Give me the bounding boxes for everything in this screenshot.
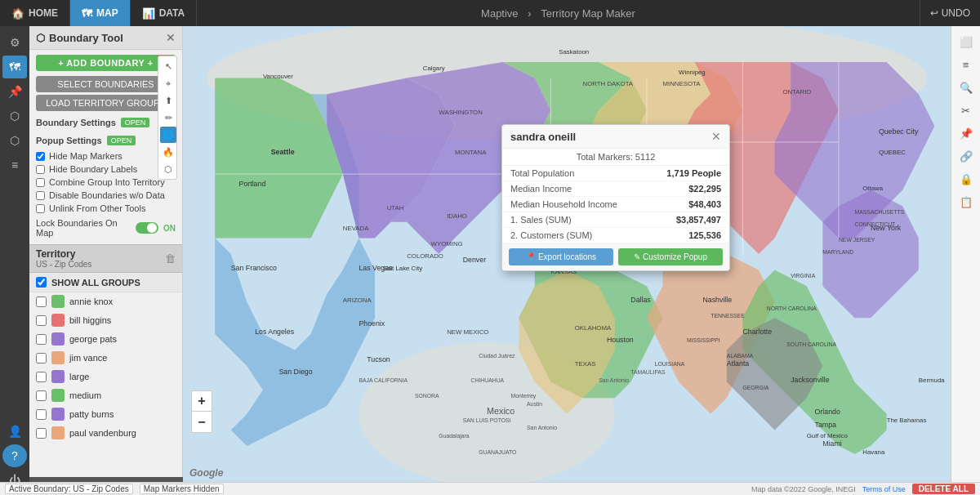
bottombar-left: Active Boundary: US - Zip Codes Map Mark…: [5, 484, 224, 494]
popup-settings-open[interactable]: OPEN: [107, 136, 136, 145]
topbar: 🏠 HOME 🗺 MAP 📊 DATA Maptive › Territory …: [0, 0, 980, 26]
map-type-icon[interactable]: ⬜: [955, 31, 978, 52]
delete-all-button[interactable]: DELETE ALL: [912, 484, 975, 494]
group-checkbox[interactable]: [36, 334, 47, 345]
active-boundary-tag: Active Boundary: US - Zip Codes: [5, 484, 133, 494]
disable-boundaries-row: Disable Boundaries w/o Data: [29, 189, 182, 202]
group-checkbox[interactable]: [36, 353, 47, 363]
lock-toggle[interactable]: [136, 222, 158, 234]
filter-tool[interactable]: ⌖: [160, 75, 176, 91]
lock-boundaries-row: Lock Boundaries On Map ON: [29, 215, 182, 241]
group-checkbox[interactable]: [36, 315, 47, 326]
boundary-icon: ⬡: [36, 32, 45, 44]
svg-text:BAJA CALIFORNIA: BAJA CALIFORNIA: [359, 377, 408, 383]
popup-data-row: 1. Sales (SUM)$3,857,497: [502, 212, 729, 228]
map-button[interactable]: 🗺 MAP: [70, 0, 131, 26]
zoom-in-button[interactable]: +: [191, 390, 212, 412]
data-button[interactable]: 📊 DATA: [131, 0, 198, 26]
popup-total-markers: Total Markers: 5112: [502, 149, 729, 166]
pin-right-icon[interactable]: 📌: [955, 123, 978, 144]
group-list-item: large: [29, 368, 182, 386]
svg-text:SONORA: SONORA: [415, 393, 439, 399]
add-boundary-button[interactable]: + ADD BOUNDARY +: [36, 55, 176, 71]
group-color-swatch: [51, 314, 65, 327]
ruler-icon[interactable]: ✂: [955, 100, 978, 121]
map-area[interactable]: Seattle Portland San Francisco Los Angel…: [183, 26, 951, 482]
popup-data-row: Total Population1,719 People: [502, 166, 729, 181]
undo-button[interactable]: ↩ UNDO: [920, 0, 980, 26]
filter-icon[interactable]: ⬡: [2, 105, 27, 127]
customize-popup-button[interactable]: ✎ Customize Popup: [618, 248, 723, 265]
globe-tool[interactable]: 🌐: [160, 127, 176, 143]
layers-icon[interactable]: ≡: [2, 154, 27, 176]
svg-text:Quebec City: Quebec City: [879, 127, 919, 136]
search-map-icon[interactable]: 🔍: [955, 77, 978, 98]
customize-icon: ✎: [634, 252, 640, 261]
flame-tool[interactable]: 🔥: [160, 144, 176, 160]
svg-text:TENNESSEE: TENNESSEE: [710, 313, 745, 319]
popup-data-row: Median Household Income$48,403: [502, 197, 729, 212]
map-tool-icon[interactable]: 🗺: [2, 56, 27, 78]
group-list-item: annie knox: [29, 292, 182, 311]
edit-tool[interactable]: ✏: [160, 109, 176, 126]
svg-text:IDAHO: IDAHO: [447, 212, 467, 220]
territory-delete-icon[interactable]: 🗑: [165, 252, 176, 265]
mouse-tool[interactable]: ↖: [160, 58, 176, 74]
svg-text:Havana: Havana: [862, 448, 885, 456]
svg-text:NORTH DAKOTA: NORTH DAKOTA: [583, 80, 634, 87]
clipboard-icon[interactable]: 📋: [955, 191, 978, 212]
group-color-swatch: [51, 332, 65, 346]
layers-icon-right[interactable]: ≡: [955, 54, 978, 75]
pin-icon[interactable]: 📌: [2, 80, 27, 103]
group-name: paul vandenburg: [69, 428, 136, 438]
group-checkbox[interactable]: [36, 297, 47, 307]
group-color-swatch: [51, 370, 65, 383]
user-icon[interactable]: 👤: [2, 420, 27, 443]
svg-text:Salt Lake City: Salt Lake City: [383, 265, 422, 272]
settings-icon[interactable]: ⚙: [2, 31, 27, 54]
group-checkbox[interactable]: [36, 409, 47, 420]
svg-text:Calgary: Calgary: [423, 65, 445, 72]
popup-close-button[interactable]: ✕: [711, 130, 721, 143]
upload-tool[interactable]: ⬆: [160, 92, 176, 109]
svg-text:GEORGIA: GEORGIA: [742, 385, 768, 390]
export-icon: 📍: [526, 252, 536, 261]
home-button[interactable]: 🏠 HOME: [0, 0, 70, 26]
hide-map-markers-checkbox[interactable]: [36, 152, 45, 161]
help-icon[interactable]: ?: [2, 444, 27, 467]
group-checkbox[interactable]: [36, 372, 47, 382]
boundary-settings-open[interactable]: OPEN: [121, 118, 150, 127]
zoom-out-button[interactable]: −: [191, 412, 212, 433]
link-icon[interactable]: 🔗: [955, 145, 978, 167]
svg-text:Vancouver: Vancouver: [263, 73, 293, 80]
shape-icon[interactable]: ⬡: [2, 129, 27, 152]
show-all-groups-checkbox[interactable]: [36, 277, 47, 288]
popup-header: sandra oneill ✕: [502, 125, 729, 149]
svg-text:NEVADA: NEVADA: [343, 225, 369, 232]
show-all-groups-row: SHOW ALL GROUPS: [29, 273, 182, 292]
pie-tool[interactable]: ⬡: [160, 161, 176, 177]
lock-right-icon[interactable]: 🔒: [955, 168, 978, 190]
panel-title: ⬡ Boundary Tool: [36, 32, 123, 44]
panel-close-button[interactable]: ✕: [166, 31, 176, 44]
unlink-tools-checkbox[interactable]: [36, 204, 45, 213]
data-icon: 📊: [142, 7, 155, 20]
svg-text:ALABAMA: ALABAMA: [727, 353, 754, 359]
combine-group-checkbox[interactable]: [36, 178, 45, 187]
svg-text:Atlanta: Atlanta: [727, 359, 749, 368]
google-logo: Google: [189, 467, 223, 479]
select-boundaries-button[interactable]: SELECT BOUNDARIES: [36, 76, 176, 92]
svg-text:Guadalajara: Guadalajara: [439, 433, 469, 439]
hide-boundary-labels-checkbox[interactable]: [36, 165, 45, 174]
group-checkbox[interactable]: [36, 428, 47, 439]
svg-text:WYOMING: WYOMING: [431, 240, 463, 247]
disable-boundaries-checkbox[interactable]: [36, 191, 45, 200]
panel-header: ⬡ Boundary Tool ✕: [29, 26, 182, 50]
svg-text:Denver: Denver: [463, 256, 486, 264]
svg-text:NEW JERSEY: NEW JERSEY: [839, 237, 875, 243]
group-checkbox[interactable]: [36, 390, 47, 401]
load-territory-groups-button[interactable]: LOAD TERRITORY GROUPS: [36, 95, 176, 111]
group-list-item: patty burns: [29, 405, 182, 424]
export-locations-button[interactable]: 📍 Export locations: [509, 248, 613, 265]
svg-text:Charlotte: Charlotte: [742, 328, 772, 336]
